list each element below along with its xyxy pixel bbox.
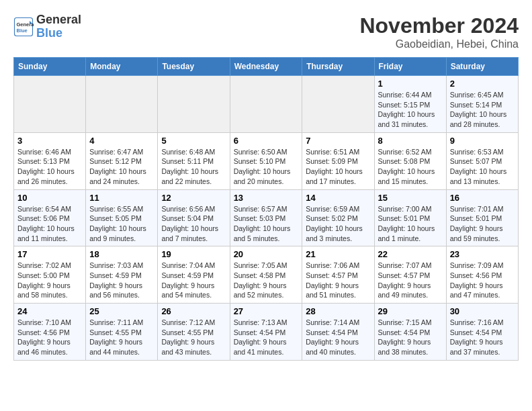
day-number: 28 — [306, 306, 370, 316]
svg-text:General: General — [17, 21, 34, 27]
week-row-1: 1Sunrise: 6:44 AM Sunset: 5:15 PM Daylig… — [14, 76, 519, 133]
week-row-4: 17Sunrise: 7:02 AM Sunset: 5:00 PM Dayli… — [14, 246, 519, 304]
day-cell: 27Sunrise: 7:13 AM Sunset: 4:54 PM Dayli… — [230, 304, 302, 361]
day-cell: 10Sunrise: 6:54 AM Sunset: 5:06 PM Dayli… — [14, 189, 86, 246]
logo-icon: General Blue — [13, 17, 34, 37]
day-number: 24 — [17, 306, 82, 316]
day-info: Sunrise: 6:55 AM Sunset: 5:05 PM Dayligh… — [89, 204, 154, 244]
svg-text:Blue: Blue — [17, 27, 28, 33]
day-info: Sunrise: 6:51 AM Sunset: 5:09 PM Dayligh… — [306, 147, 370, 187]
logo: General Blue GeneralBlue — [13, 13, 81, 40]
weekday-header-saturday: Saturday — [446, 58, 518, 76]
day-cell: 22Sunrise: 7:07 AM Sunset: 4:57 PM Dayli… — [374, 246, 446, 304]
day-info: Sunrise: 6:54 AM Sunset: 5:06 PM Dayligh… — [17, 204, 82, 244]
day-number: 7 — [306, 136, 370, 146]
day-number: 25 — [89, 306, 154, 316]
day-number: 14 — [306, 193, 370, 203]
day-number: 16 — [450, 193, 515, 203]
day-info: Sunrise: 6:52 AM Sunset: 5:08 PM Dayligh… — [378, 147, 443, 187]
day-info: Sunrise: 6:53 AM Sunset: 5:07 PM Dayligh… — [450, 147, 515, 187]
day-cell: 17Sunrise: 7:02 AM Sunset: 5:00 PM Dayli… — [14, 246, 86, 304]
calendar-table: SundayMondayTuesdayWednesdayThursdayFrid… — [13, 57, 519, 361]
logo-text: GeneralBlue — [36, 13, 81, 40]
page-header: General Blue GeneralBlue November 2024 G… — [13, 13, 519, 50]
day-number: 22 — [378, 249, 443, 259]
day-info: Sunrise: 7:04 AM Sunset: 4:59 PM Dayligh… — [161, 261, 226, 300]
day-cell: 18Sunrise: 7:03 AM Sunset: 4:59 PM Dayli… — [86, 246, 158, 304]
day-info: Sunrise: 6:59 AM Sunset: 5:02 PM Dayligh… — [306, 204, 370, 244]
day-cell: 14Sunrise: 6:59 AM Sunset: 5:02 PM Dayli… — [302, 189, 374, 246]
day-number: 4 — [89, 136, 154, 146]
day-cell: 9Sunrise: 6:53 AM Sunset: 5:07 PM Daylig… — [446, 132, 518, 189]
day-number: 21 — [306, 249, 370, 259]
day-cell — [302, 76, 374, 133]
day-info: Sunrise: 7:15 AM Sunset: 4:54 PM Dayligh… — [378, 318, 443, 357]
weekday-header-row: SundayMondayTuesdayWednesdayThursdayFrid… — [14, 58, 519, 76]
day-info: Sunrise: 7:11 AM Sunset: 4:55 PM Dayligh… — [89, 318, 154, 357]
day-cell: 25Sunrise: 7:11 AM Sunset: 4:55 PM Dayli… — [86, 304, 158, 361]
day-info: Sunrise: 7:06 AM Sunset: 4:57 PM Dayligh… — [306, 261, 370, 300]
day-cell: 8Sunrise: 6:52 AM Sunset: 5:08 PM Daylig… — [374, 132, 446, 189]
day-info: Sunrise: 6:44 AM Sunset: 5:15 PM Dayligh… — [378, 90, 443, 130]
day-number: 9 — [450, 136, 515, 146]
day-cell: 7Sunrise: 6:51 AM Sunset: 5:09 PM Daylig… — [302, 132, 374, 189]
day-cell — [86, 76, 158, 133]
day-info: Sunrise: 7:02 AM Sunset: 5:00 PM Dayligh… — [17, 261, 82, 300]
day-number: 26 — [161, 306, 226, 316]
week-row-3: 10Sunrise: 6:54 AM Sunset: 5:06 PM Dayli… — [14, 189, 519, 246]
weekday-header-sunday: Sunday — [14, 58, 86, 76]
day-info: Sunrise: 6:56 AM Sunset: 5:04 PM Dayligh… — [161, 204, 226, 244]
day-number: 23 — [450, 249, 515, 259]
day-number: 20 — [234, 249, 299, 259]
day-cell: 16Sunrise: 7:01 AM Sunset: 5:01 PM Dayli… — [446, 189, 518, 246]
day-number: 1 — [378, 79, 443, 89]
week-row-2: 3Sunrise: 6:46 AM Sunset: 5:13 PM Daylig… — [14, 132, 519, 189]
day-cell: 20Sunrise: 7:05 AM Sunset: 4:58 PM Dayli… — [230, 246, 302, 304]
location-title: Gaobeidian, Hebei, China — [359, 38, 519, 50]
day-info: Sunrise: 6:45 AM Sunset: 5:14 PM Dayligh… — [450, 90, 515, 130]
title-area: November 2024 Gaobeidian, Hebei, China — [359, 13, 519, 50]
day-number: 5 — [161, 136, 226, 146]
day-cell — [230, 76, 302, 133]
day-number: 27 — [234, 306, 299, 316]
day-info: Sunrise: 7:03 AM Sunset: 4:59 PM Dayligh… — [89, 261, 154, 300]
day-number: 29 — [378, 306, 443, 316]
day-cell: 13Sunrise: 6:57 AM Sunset: 5:03 PM Dayli… — [230, 189, 302, 246]
weekday-header-friday: Friday — [374, 58, 446, 76]
weekday-header-monday: Monday — [86, 58, 158, 76]
day-cell: 19Sunrise: 7:04 AM Sunset: 4:59 PM Dayli… — [158, 246, 230, 304]
day-number: 30 — [450, 306, 515, 316]
day-cell: 12Sunrise: 6:56 AM Sunset: 5:04 PM Dayli… — [158, 189, 230, 246]
day-number: 2 — [450, 79, 515, 89]
day-info: Sunrise: 7:00 AM Sunset: 5:01 PM Dayligh… — [378, 204, 443, 244]
day-cell: 21Sunrise: 7:06 AM Sunset: 4:57 PM Dayli… — [302, 246, 374, 304]
day-info: Sunrise: 7:16 AM Sunset: 4:54 PM Dayligh… — [450, 318, 515, 357]
day-info: Sunrise: 7:10 AM Sunset: 4:56 PM Dayligh… — [17, 318, 82, 357]
day-number: 18 — [89, 249, 154, 259]
weekday-header-thursday: Thursday — [302, 58, 374, 76]
day-cell: 28Sunrise: 7:14 AM Sunset: 4:54 PM Dayli… — [302, 304, 374, 361]
day-cell: 11Sunrise: 6:55 AM Sunset: 5:05 PM Dayli… — [86, 189, 158, 246]
day-cell: 29Sunrise: 7:15 AM Sunset: 4:54 PM Dayli… — [374, 304, 446, 361]
day-cell: 6Sunrise: 6:50 AM Sunset: 5:10 PM Daylig… — [230, 132, 302, 189]
day-number: 12 — [161, 193, 226, 203]
weekday-header-wednesday: Wednesday — [230, 58, 302, 76]
day-info: Sunrise: 7:07 AM Sunset: 4:57 PM Dayligh… — [378, 261, 443, 300]
day-cell: 26Sunrise: 7:12 AM Sunset: 4:55 PM Dayli… — [158, 304, 230, 361]
weekday-header-tuesday: Tuesday — [158, 58, 230, 76]
day-cell: 23Sunrise: 7:09 AM Sunset: 4:56 PM Dayli… — [446, 246, 518, 304]
day-cell — [14, 76, 86, 133]
day-info: Sunrise: 6:50 AM Sunset: 5:10 PM Dayligh… — [234, 147, 299, 187]
day-cell: 4Sunrise: 6:47 AM Sunset: 5:12 PM Daylig… — [86, 132, 158, 189]
day-info: Sunrise: 7:13 AM Sunset: 4:54 PM Dayligh… — [234, 318, 299, 357]
day-info: Sunrise: 6:57 AM Sunset: 5:03 PM Dayligh… — [234, 204, 299, 244]
day-cell: 3Sunrise: 6:46 AM Sunset: 5:13 PM Daylig… — [14, 132, 86, 189]
day-number: 10 — [17, 193, 82, 203]
day-number: 17 — [17, 249, 82, 259]
day-number: 11 — [89, 193, 154, 203]
day-info: Sunrise: 7:12 AM Sunset: 4:55 PM Dayligh… — [161, 318, 226, 357]
month-title: November 2024 — [359, 13, 519, 38]
day-cell: 2Sunrise: 6:45 AM Sunset: 5:14 PM Daylig… — [446, 76, 518, 133]
day-info: Sunrise: 7:01 AM Sunset: 5:01 PM Dayligh… — [450, 204, 515, 244]
day-info: Sunrise: 7:09 AM Sunset: 4:56 PM Dayligh… — [450, 261, 515, 300]
